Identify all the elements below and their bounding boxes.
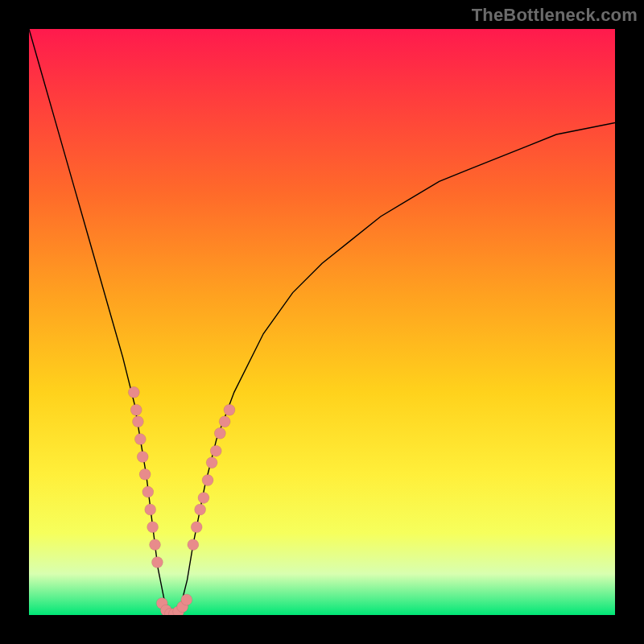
left-dots-dot	[145, 504, 156, 515]
plot-area	[29, 29, 615, 615]
right-dots-dot	[206, 457, 217, 469]
right-dots-dot	[198, 492, 209, 503]
left-dots-dot	[139, 469, 151, 480]
right-dots-dot	[188, 539, 199, 551]
right-dots-dot	[219, 416, 230, 427]
left-dots-dot	[150, 539, 161, 551]
left-dots-dot	[151, 556, 163, 568]
chart-overlay	[29, 29, 615, 615]
left-dots-dot	[130, 404, 142, 415]
right-dots-dot	[210, 445, 221, 456]
bottom-dots-dot	[181, 594, 192, 605]
right-dots-dot	[214, 427, 225, 439]
bottleneck-curve	[29, 29, 615, 615]
left-dots-dot	[147, 522, 159, 533]
left-dots-dot	[134, 434, 146, 445]
right-dots-dot	[224, 404, 235, 415]
data-dots	[128, 386, 235, 615]
left-dots-dot	[128, 386, 139, 398]
left-dots-dot	[142, 486, 154, 497]
left-dots-dot	[137, 451, 148, 462]
right-dots-dot	[195, 504, 206, 515]
chart-frame: TheBottleneck.com	[0, 0, 644, 644]
left-dots-dot	[132, 416, 143, 427]
right-dots-dot	[191, 522, 202, 533]
watermark-text: TheBottleneck.com	[472, 5, 638, 26]
right-dots-dot	[202, 475, 213, 486]
